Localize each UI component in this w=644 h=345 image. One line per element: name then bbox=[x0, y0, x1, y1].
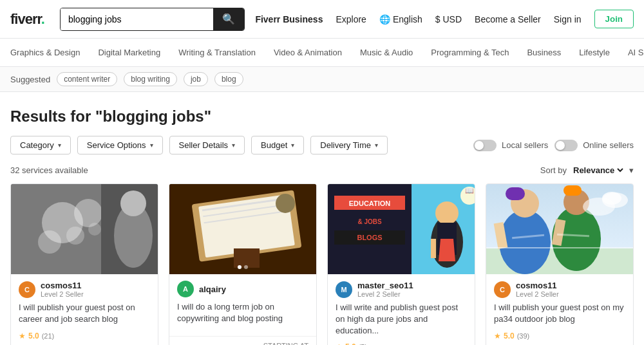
language-selector[interactable]: 🌐 English bbox=[379, 14, 422, 24]
card-title-3: I will write and publish guest post on h… bbox=[336, 302, 467, 337]
currency-selector[interactable]: $ USD bbox=[435, 14, 462, 24]
svg-point-33 bbox=[499, 210, 551, 274]
local-sellers-toggle[interactable] bbox=[473, 140, 497, 151]
svg-point-25 bbox=[435, 201, 459, 225]
card-image-2 bbox=[169, 184, 316, 274]
category-nav: Graphics & Design Digital Marketing Writ… bbox=[0, 39, 644, 67]
seller-name-3: master_seo11 bbox=[357, 281, 413, 290]
seller-info-4: C cosmos11 Level 2 Seller bbox=[494, 281, 625, 298]
sort-select[interactable]: Relevance bbox=[571, 165, 625, 176]
card-body-1: C cosmos11 Level 2 Seller I will publish… bbox=[11, 274, 158, 345]
tag-job[interactable]: job bbox=[184, 72, 208, 86]
cat-lifestyle[interactable]: Lifestyle bbox=[579, 45, 610, 60]
cat-programming[interactable]: Programming & Tech bbox=[431, 45, 509, 60]
chevron-down-icon: ▾ bbox=[150, 142, 153, 149]
tag-content-writer[interactable]: content writer bbox=[57, 72, 117, 86]
svg-rect-38 bbox=[564, 185, 582, 196]
category-filter[interactable]: Category ▾ bbox=[10, 136, 71, 154]
card-title-2: I will do a long term job on copywriting… bbox=[177, 301, 308, 326]
card-body-4: C cosmos11 Level 2 Seller I will publish… bbox=[486, 274, 633, 345]
search-bar: blogging jobs 🔍 bbox=[60, 8, 245, 31]
dot-2 bbox=[244, 265, 248, 269]
svg-rect-28 bbox=[431, 239, 436, 258]
service-card-3[interactable]: EDUCATION & JOBS BLOGS 📖 M maste bbox=[327, 183, 475, 345]
svg-text:📖: 📖 bbox=[465, 186, 474, 195]
service-card-1[interactable]: C cosmos11 Level 2 Seller I will publish… bbox=[10, 183, 158, 345]
filters-bar: Category ▾ Service Options ▾ Seller Deta… bbox=[0, 136, 644, 165]
service-card-2[interactable]: A alqairy I will do a long term job on c… bbox=[169, 183, 317, 345]
rating-row-3: ★ 5.0 (5) bbox=[336, 342, 467, 345]
seller-details-filter[interactable]: Seller Details ▾ bbox=[169, 136, 245, 154]
delivery-time-filter[interactable]: Delivery Time ▾ bbox=[310, 136, 388, 154]
rating-value-1: 5.0 bbox=[28, 331, 39, 340]
chevron-down-icon: ▾ bbox=[232, 142, 235, 149]
card-image-svg-2 bbox=[169, 184, 316, 274]
card-image-3: EDUCATION & JOBS BLOGS 📖 bbox=[328, 184, 475, 274]
avatar-3: M bbox=[336, 281, 352, 298]
search-button[interactable]: 🔍 bbox=[213, 8, 244, 30]
card-footer-2: ♡ STARTING AT $5 bbox=[169, 336, 316, 345]
seller-level-1: Level 2 Seller bbox=[41, 290, 84, 298]
card-image-4 bbox=[486, 184, 633, 274]
card-image-svg-3: EDUCATION & JOBS BLOGS 📖 bbox=[328, 184, 475, 274]
cat-music[interactable]: Music & Audio bbox=[360, 45, 413, 60]
cat-ai-services[interactable]: AI Services NEW bbox=[628, 45, 644, 60]
cat-graphics[interactable]: Graphics & Design bbox=[10, 45, 80, 60]
join-button[interactable]: Join bbox=[594, 10, 634, 28]
svg-marker-27 bbox=[439, 239, 455, 261]
online-sellers-toggle-group: Online sellers bbox=[554, 140, 634, 151]
svg-point-2 bbox=[74, 199, 102, 227]
tag-blog[interactable]: blog bbox=[214, 72, 243, 86]
logo[interactable]: fiverr. bbox=[10, 11, 44, 28]
card-title-4: I will publish your guest post on my pa3… bbox=[494, 302, 625, 326]
avatar-1: C bbox=[19, 281, 35, 298]
seller-name-2: alqairy bbox=[199, 284, 226, 294]
chevron-down-icon: ▾ bbox=[58, 142, 61, 149]
avatar-2: A bbox=[177, 281, 194, 297]
sort-chevron-icon: ▾ bbox=[629, 165, 634, 175]
rating-row-4: ★ 5.0 (39) bbox=[494, 331, 625, 340]
svg-point-46 bbox=[583, 198, 615, 216]
svg-point-3 bbox=[38, 230, 61, 254]
svg-point-5 bbox=[88, 223, 101, 236]
seller-name-4: cosmos11 bbox=[516, 281, 559, 290]
chevron-down-icon: ▾ bbox=[375, 142, 378, 149]
service-card-4[interactable]: C cosmos11 Level 2 Seller I will publish… bbox=[486, 183, 634, 345]
sort-label: Sort by bbox=[540, 165, 567, 175]
seller-info-3: M master_seo11 Level 2 Seller bbox=[336, 281, 467, 298]
svg-rect-43 bbox=[486, 247, 633, 248]
seller-level-3: Level 2 Seller bbox=[357, 290, 413, 298]
cat-video[interactable]: Video & Animation bbox=[274, 45, 342, 60]
card-body-3: M master_seo11 Level 2 Seller I will wri… bbox=[328, 274, 475, 345]
star-icon-3: ★ bbox=[336, 342, 343, 345]
star-icon-1: ★ bbox=[19, 331, 26, 340]
online-sellers-toggle[interactable] bbox=[554, 140, 578, 151]
tag-blog-writing[interactable]: blog writing bbox=[124, 72, 177, 86]
cards-grid: C cosmos11 Level 2 Seller I will publish… bbox=[0, 183, 644, 345]
chevron-down-icon: ▾ bbox=[291, 142, 294, 149]
become-seller-link[interactable]: Become a Seller bbox=[475, 14, 541, 24]
seller-info-1: C cosmos11 Level 2 Seller bbox=[19, 281, 150, 298]
seller-name-1: cosmos11 bbox=[41, 281, 84, 290]
cat-writing[interactable]: Writing & Translation bbox=[178, 45, 256, 60]
results-header: Results for "blogging jobs" bbox=[0, 92, 644, 136]
rating-value-4: 5.0 bbox=[504, 331, 515, 340]
avatar-4: C bbox=[494, 281, 511, 298]
header: fiverr. blogging jobs 🔍 Fiverr Business … bbox=[0, 0, 644, 39]
results-title: Results for "blogging jobs" bbox=[10, 107, 634, 126]
cat-business[interactable]: Business bbox=[527, 45, 561, 60]
budget-filter[interactable]: Budget ▾ bbox=[251, 136, 304, 154]
results-meta: 32 services available Sort by Relevance … bbox=[0, 165, 644, 183]
service-options-filter[interactable]: Service Options ▾ bbox=[77, 136, 163, 154]
cat-digital-marketing[interactable]: Digital Marketing bbox=[98, 45, 160, 60]
svg-point-4 bbox=[66, 227, 84, 245]
svg-text:EDUCATION: EDUCATION bbox=[349, 200, 391, 207]
search-input[interactable]: blogging jobs bbox=[61, 8, 213, 30]
sign-in-link[interactable]: Sign in bbox=[554, 14, 582, 24]
fiverr-business-link[interactable]: Fiverr Business bbox=[255, 14, 323, 24]
main-nav: Fiverr Business Explore 🌐 English $ USD … bbox=[255, 10, 634, 28]
card-image-1 bbox=[11, 184, 158, 274]
explore-link[interactable]: Explore bbox=[336, 14, 366, 24]
card-title-1: I will publish your guest post on career… bbox=[19, 302, 150, 326]
suggested-label: Suggested bbox=[10, 75, 50, 84]
